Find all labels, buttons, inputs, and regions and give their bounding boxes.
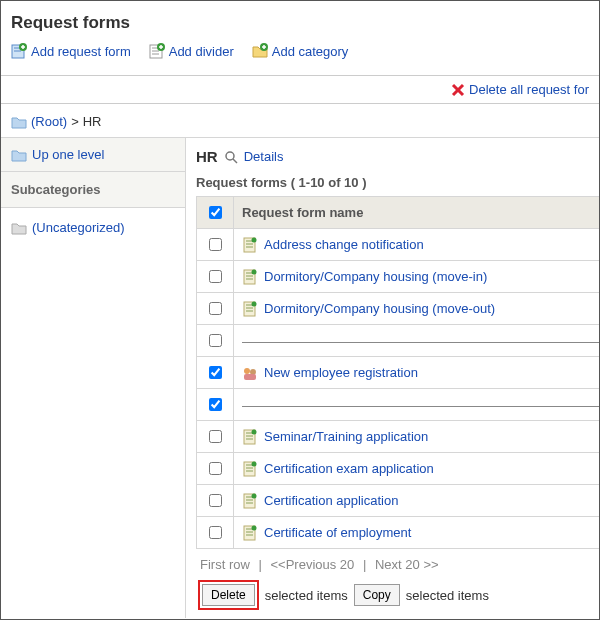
- svg-point-47: [252, 461, 257, 466]
- svg-point-34: [252, 301, 257, 306]
- add-request-form-label: Add request form: [31, 44, 131, 59]
- row-checkbox[interactable]: [209, 494, 222, 507]
- pager-prev[interactable]: <<Previous 20: [270, 557, 354, 572]
- breadcrumb-sep: >: [71, 114, 79, 129]
- row-checkbox[interactable]: [209, 270, 222, 283]
- svg-point-42: [252, 429, 257, 434]
- pager-next[interactable]: Next 20 >>: [375, 557, 439, 572]
- form-icon: [242, 525, 258, 541]
- form-link[interactable]: Dormitory/Company housing (move-in): [264, 269, 487, 284]
- bulk-actions: Delete selected items Copy selected item…: [196, 578, 599, 610]
- svg-line-19: [233, 159, 237, 163]
- form-link[interactable]: Certification application: [264, 493, 398, 508]
- list-header: Request forms ( 1-10 of 10 ): [196, 175, 599, 190]
- form-icon: [242, 493, 258, 509]
- form-icon: [242, 301, 258, 317]
- add-divider-label: Add divider: [169, 44, 234, 59]
- divider-row: [242, 342, 599, 343]
- table-row: [197, 325, 600, 357]
- delete-x-icon: [451, 83, 465, 97]
- row-checkbox[interactable]: [209, 302, 222, 315]
- delete-suffix: selected items: [265, 588, 348, 603]
- delete-button[interactable]: Delete: [202, 584, 255, 606]
- row-checkbox[interactable]: [209, 334, 222, 347]
- table-row: Dormitory/Company housing (move-in): [197, 261, 600, 293]
- main-area: Up one level Subcategories (Uncategorize…: [1, 137, 599, 618]
- row-checkbox[interactable]: [209, 462, 222, 475]
- form-link[interactable]: Dormitory/Company housing (move-out): [264, 301, 495, 316]
- svg-rect-37: [244, 374, 256, 380]
- up-one-level-label: Up one level: [32, 147, 104, 162]
- divider-add-icon: [149, 43, 165, 59]
- add-divider-link[interactable]: Add divider: [149, 43, 234, 59]
- table-row: Dormitory/Company housing (move-out): [197, 293, 600, 325]
- form-icon: [242, 461, 258, 477]
- table-row: Certification application: [197, 485, 600, 517]
- svg-point-24: [252, 237, 257, 242]
- add-category-label: Add category: [272, 44, 349, 59]
- table-row: Certification exam application: [197, 453, 600, 485]
- svg-point-52: [252, 493, 257, 498]
- row-checkbox[interactable]: [209, 238, 222, 251]
- table-row: Address change notification: [197, 229, 600, 261]
- table-row: New employee registration: [197, 357, 600, 389]
- row-checkbox[interactable]: [209, 430, 222, 443]
- copy-suffix: selected items: [406, 588, 489, 603]
- pager: First row | <<Previous 20 | Next 20 >>: [196, 549, 599, 578]
- breadcrumb-root[interactable]: (Root): [31, 114, 67, 129]
- form-icon: [242, 269, 258, 285]
- form-icon: [242, 429, 258, 445]
- delete-all-label: Delete all request for: [469, 82, 589, 97]
- row-checkbox[interactable]: [209, 398, 222, 411]
- people-icon: [242, 365, 258, 381]
- form-link[interactable]: Certificate of employment: [264, 525, 411, 540]
- select-all-header[interactable]: [197, 197, 234, 229]
- svg-point-57: [252, 525, 257, 530]
- app-frame: Request forms Add request form Add divid…: [0, 0, 600, 620]
- subcategories-header: Subcategories: [1, 172, 185, 208]
- form-icon: [242, 237, 258, 253]
- folder-icon: [11, 115, 27, 129]
- form-link[interactable]: Certification exam application: [264, 461, 434, 476]
- row-checkbox[interactable]: [209, 526, 222, 539]
- svg-point-29: [252, 269, 257, 274]
- breadcrumb-current: HR: [83, 114, 102, 129]
- form-add-icon: [11, 43, 27, 59]
- forms-table: Request form name Address change notific…: [196, 196, 599, 549]
- col-name-header: Request form name: [234, 197, 600, 229]
- copy-button[interactable]: Copy: [354, 584, 400, 606]
- add-request-form-link[interactable]: Add request form: [11, 43, 131, 59]
- table-row: Certificate of employment: [197, 517, 600, 549]
- delete-all-link[interactable]: Delete all request for: [451, 82, 589, 97]
- add-category-link[interactable]: Add category: [252, 43, 349, 59]
- folder-add-icon: [252, 43, 268, 59]
- toolbar: Add request form Add divider Add categor…: [11, 43, 589, 59]
- category-name: HR: [196, 148, 218, 165]
- svg-point-35: [244, 368, 250, 374]
- sidebar: Up one level Subcategories (Uncategorize…: [1, 138, 186, 618]
- row-checkbox[interactable]: [209, 366, 222, 379]
- table-row: Seminar/Training application: [197, 421, 600, 453]
- uncategorized-label: (Uncategorized): [32, 220, 125, 235]
- pager-first[interactable]: First row: [200, 557, 250, 572]
- svg-point-18: [226, 152, 234, 160]
- details-link[interactable]: Details: [244, 149, 284, 164]
- breadcrumb: (Root) > HR: [1, 104, 599, 137]
- magnifier-icon: [224, 150, 238, 164]
- content: HR Details Request forms ( 1-10 of 10 ) …: [186, 138, 599, 618]
- divider-row: [242, 406, 599, 407]
- form-link[interactable]: Seminar/Training application: [264, 429, 428, 444]
- table-row: [197, 389, 600, 421]
- form-link[interactable]: Address change notification: [264, 237, 424, 252]
- page-title: Request forms: [11, 13, 589, 33]
- folder-up-icon: [11, 148, 27, 162]
- form-link[interactable]: New employee registration: [264, 365, 418, 380]
- select-all-checkbox[interactable]: [209, 206, 222, 219]
- delete-highlight: Delete: [198, 580, 259, 610]
- up-one-level[interactable]: Up one level: [1, 138, 185, 172]
- folder-gray-icon: [11, 221, 27, 235]
- sidebar-item-uncategorized[interactable]: (Uncategorized): [1, 208, 185, 247]
